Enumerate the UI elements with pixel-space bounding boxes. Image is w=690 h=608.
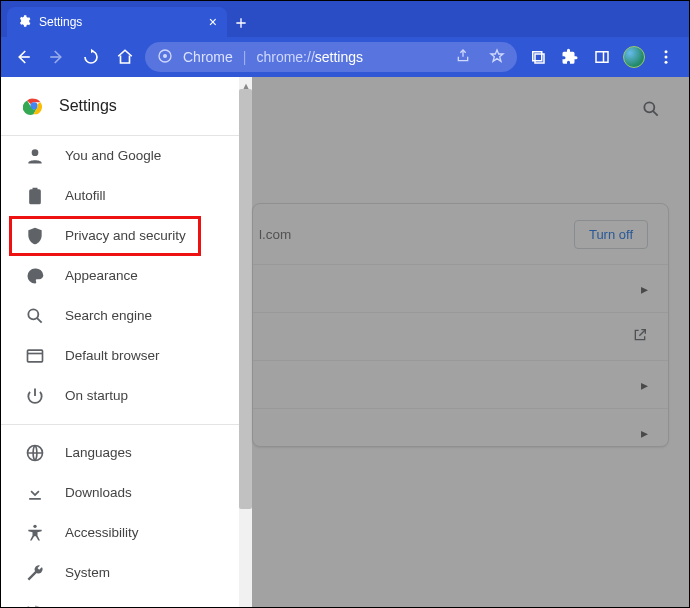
- sidebar-item-label: Appearance: [65, 268, 138, 283]
- sidebar-item-privacy-security[interactable]: Privacy and security: [1, 216, 252, 256]
- scrollbar[interactable]: ▴: [239, 77, 252, 607]
- chrome-logo-icon: [23, 95, 45, 117]
- window-icon: [25, 346, 45, 366]
- sidebar-item-label: Reset and clean up: [65, 605, 181, 607]
- sidebar-item-label: Languages: [65, 445, 132, 460]
- sidebar-item-label: Default browser: [65, 348, 160, 363]
- chevron-right-icon: ▸: [641, 377, 648, 393]
- divider: [1, 424, 252, 425]
- settings-title: Settings: [59, 97, 117, 115]
- accessibility-icon: [25, 523, 45, 543]
- site-info-icon[interactable]: [157, 48, 173, 67]
- collections-icon[interactable]: [523, 43, 553, 71]
- svg-rect-3: [533, 52, 542, 61]
- sidebar-item-autofill[interactable]: Autofill: [1, 176, 252, 216]
- sidebar-list: You and Google Autofill Privacy and secu…: [1, 136, 252, 607]
- omnibox-separator: |: [243, 49, 247, 65]
- sidebar: Settings You and Google Autofill Privacy…: [1, 77, 252, 607]
- tab-title: Settings: [39, 15, 201, 29]
- sidebar-item-label: Downloads: [65, 485, 132, 500]
- sidebar-item-label: Privacy and security: [65, 228, 186, 243]
- open-external-icon: [632, 327, 648, 346]
- svg-point-13: [28, 309, 38, 319]
- extensions-icon[interactable]: [555, 43, 585, 71]
- sidebar-item-system[interactable]: System: [1, 553, 252, 593]
- card-row[interactable]: [253, 312, 668, 360]
- sidebar-item-search-engine[interactable]: Search engine: [1, 296, 252, 336]
- sidebar-item-default-browser[interactable]: Default browser: [1, 336, 252, 376]
- card-row[interactable]: ▸: [253, 360, 668, 408]
- sidebar-item-on-startup[interactable]: On startup: [1, 376, 252, 416]
- clipboard-icon: [25, 186, 45, 206]
- card-row[interactable]: ▸: [253, 408, 668, 456]
- person-icon: [25, 146, 45, 166]
- tab-settings[interactable]: Settings ×: [7, 7, 227, 37]
- omnibox-url: chrome://settings: [256, 49, 363, 65]
- content-area: l.com Turn off ▸ ▸ ▸: [252, 77, 689, 607]
- omnibox[interactable]: Chrome | chrome://settings: [145, 42, 517, 72]
- svg-point-16: [33, 525, 36, 528]
- restore-icon: [25, 603, 45, 607]
- svg-rect-5: [596, 52, 608, 63]
- sidebar-item-label: System: [65, 565, 110, 580]
- share-icon[interactable]: [455, 48, 471, 67]
- settings-card: l.com Turn off ▸ ▸ ▸: [252, 203, 669, 447]
- new-tab-button[interactable]: [227, 9, 255, 37]
- svg-point-7: [665, 56, 668, 59]
- search-icon: [25, 306, 45, 326]
- tab-close-icon[interactable]: ×: [209, 14, 217, 30]
- shield-icon: [25, 226, 45, 246]
- svg-point-2: [163, 54, 167, 58]
- globe-icon: [25, 443, 45, 463]
- scroll-thumb[interactable]: [239, 89, 252, 509]
- gear-icon: [17, 14, 31, 31]
- sidebar-item-languages[interactable]: Languages: [1, 433, 252, 473]
- home-button[interactable]: [111, 43, 139, 71]
- reload-button[interactable]: [77, 43, 105, 71]
- menu-kebab-icon[interactable]: [651, 43, 681, 71]
- sidebar-item-label: You and Google: [65, 148, 161, 163]
- sidebar-item-label: Accessibility: [65, 525, 139, 540]
- svg-point-8: [665, 61, 668, 64]
- toolbar: Chrome | chrome://settings: [1, 37, 689, 77]
- bookmark-star-icon[interactable]: [489, 48, 505, 67]
- sidebar-item-downloads[interactable]: Downloads: [1, 473, 252, 513]
- profile-avatar[interactable]: [619, 43, 649, 71]
- tab-strip: Settings ×: [1, 1, 689, 37]
- forward-button[interactable]: [43, 43, 71, 71]
- card-row[interactable]: ▸: [253, 264, 668, 312]
- wrench-icon: [25, 563, 45, 583]
- power-icon: [25, 386, 45, 406]
- svg-point-6: [665, 50, 668, 53]
- palette-icon: [25, 266, 45, 286]
- chevron-right-icon: ▸: [641, 425, 648, 441]
- sidebar-item-reset[interactable]: Reset and clean up: [1, 593, 252, 607]
- side-panel-icon[interactable]: [587, 43, 617, 71]
- account-email-fragment: l.com: [253, 227, 291, 242]
- download-icon: [25, 483, 45, 503]
- sidebar-item-accessibility[interactable]: Accessibility: [1, 513, 252, 553]
- turn-off-button[interactable]: Turn off: [574, 220, 648, 249]
- sidebar-item-you-and-google[interactable]: You and Google: [1, 136, 252, 176]
- sidebar-item-label: On startup: [65, 388, 128, 403]
- svg-rect-14: [28, 350, 43, 362]
- svg-rect-4: [535, 54, 544, 63]
- omnibox-context: Chrome: [183, 49, 233, 65]
- back-button[interactable]: [9, 43, 37, 71]
- sidebar-item-appearance[interactable]: Appearance: [1, 256, 252, 296]
- sidebar-item-label: Autofill: [65, 188, 106, 203]
- chevron-right-icon: ▸: [641, 281, 648, 297]
- settings-header: Settings: [1, 77, 252, 135]
- svg-point-17: [644, 102, 654, 112]
- card-row-sync: l.com Turn off: [253, 204, 668, 264]
- search-settings-icon[interactable]: [641, 99, 661, 123]
- sidebar-item-label: Search engine: [65, 308, 152, 323]
- svg-point-12: [32, 149, 39, 156]
